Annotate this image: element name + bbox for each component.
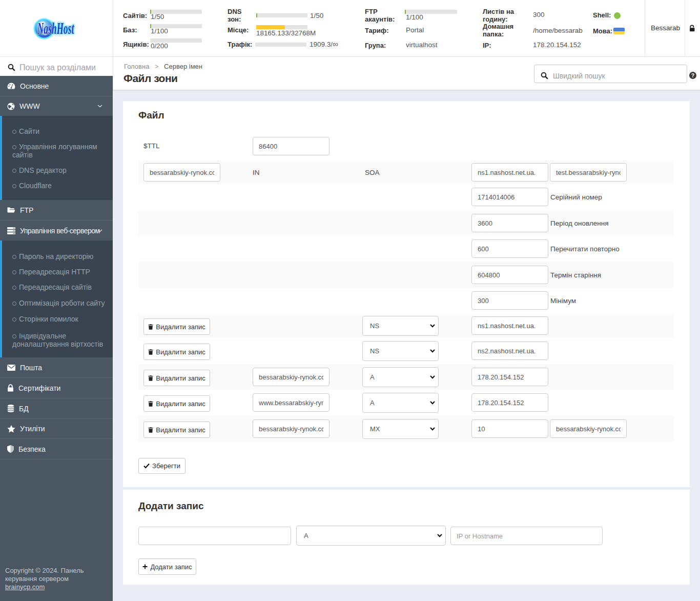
svg-text:NashHost: NashHost <box>37 19 74 37</box>
